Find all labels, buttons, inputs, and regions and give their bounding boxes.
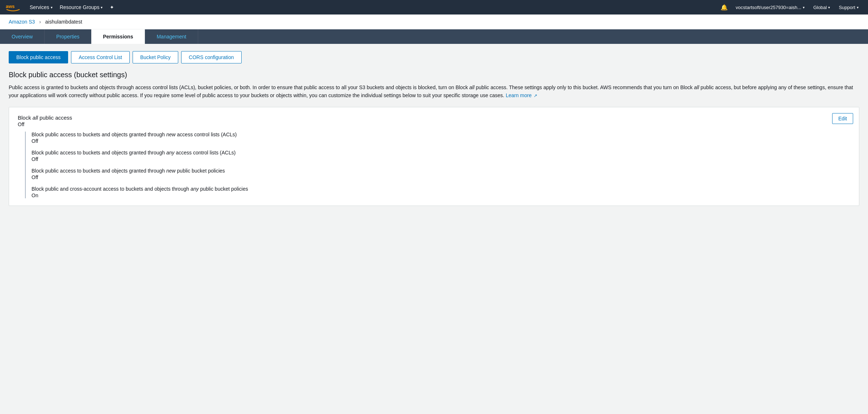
resource-groups-menu[interactable]: Resource Groups ▾: [56, 0, 107, 15]
nested-item-0-status: Off: [32, 138, 850, 144]
tab-management[interactable]: Management: [145, 29, 198, 44]
nested-item-0: Block public access to buckets and objec…: [32, 132, 850, 144]
sub-tab-cors-configuration[interactable]: CORS configuration: [181, 51, 242, 63]
block-all-title: Block all public access: [18, 115, 850, 121]
nested-item-3: Block public and cross-account access to…: [32, 186, 850, 198]
resource-groups-chevron-icon: ▾: [101, 5, 103, 9]
nested-item-1: Block public access to buckets and objec…: [32, 150, 850, 162]
services-chevron-icon: ▾: [51, 5, 53, 9]
user-menu[interactable]: vocstartsoft/user257930=aish... ▾: [732, 0, 808, 15]
nested-item-2-status: Off: [32, 174, 850, 180]
block-all-status: Off: [18, 121, 850, 127]
nested-items-container: Block public access to buckets and objec…: [25, 132, 850, 198]
nested-item-2-title: Block public access to buckets and objec…: [32, 168, 850, 174]
aws-logo[interactable]: aws: [6, 2, 20, 12]
breadcrumb-separator: ›: [39, 19, 41, 25]
nested-item-1-title: Block public access to buckets and objec…: [32, 150, 850, 156]
nested-item-1-status: Off: [32, 156, 850, 162]
tab-properties[interactable]: Properties: [45, 29, 91, 44]
nested-item-0-title: Block public access to buckets and objec…: [32, 132, 850, 137]
user-chevron-icon: ▾: [803, 5, 805, 9]
svg-text:aws: aws: [6, 4, 15, 9]
nested-item-3-status: On: [32, 192, 850, 198]
learn-more-link[interactable]: Learn more ↗: [506, 92, 537, 98]
nav-right: 🔔 vocstartsoft/user257930=aish... ▾ Glob…: [718, 0, 862, 15]
section-title: Block public access (bucket settings): [9, 71, 859, 79]
region-chevron-icon: ▾: [828, 5, 830, 9]
settings-box: Edit Block all public access Off Block p…: [9, 107, 859, 206]
support-chevron-icon: ▾: [857, 5, 859, 9]
external-link-icon: ↗: [534, 93, 537, 98]
notifications-bell-icon[interactable]: 🔔: [718, 4, 731, 11]
nested-item-2: Block public access to buckets and objec…: [32, 168, 850, 180]
edit-button[interactable]: Edit: [832, 113, 853, 124]
block-all-section: Block all public access Off: [18, 115, 850, 127]
region-menu[interactable]: Global ▾: [810, 0, 834, 15]
sub-tabs: Block public access Access Control List …: [9, 51, 859, 63]
tab-overview[interactable]: Overview: [0, 29, 45, 44]
sub-tab-access-control-list[interactable]: Access Control List: [71, 51, 130, 63]
top-nav: aws Services ▾ Resource Groups ▾ ✦ 🔔 voc…: [0, 0, 868, 15]
tab-permissions[interactable]: Permissions: [91, 29, 145, 44]
page-content: Block public access Access Control List …: [0, 44, 868, 414]
nested-item-3-title: Block public and cross-account access to…: [32, 186, 850, 192]
services-menu[interactable]: Services ▾: [26, 0, 56, 15]
tab-bar: Overview Properties Permissions Manageme…: [0, 29, 868, 44]
breadcrumb-amazon-s3-link[interactable]: Amazon S3: [9, 19, 35, 25]
section-description: Public access is granted to buckets and …: [9, 83, 859, 100]
support-menu[interactable]: Support ▾: [835, 0, 862, 15]
pin-icon[interactable]: ✦: [106, 0, 118, 15]
breadcrumb: Amazon S3 › aishulambdatest: [0, 15, 868, 29]
sub-tab-bucket-policy[interactable]: Bucket Policy: [133, 51, 178, 63]
breadcrumb-current-bucket: aishulambdatest: [45, 19, 82, 25]
sub-tab-block-public-access[interactable]: Block public access: [9, 51, 68, 63]
